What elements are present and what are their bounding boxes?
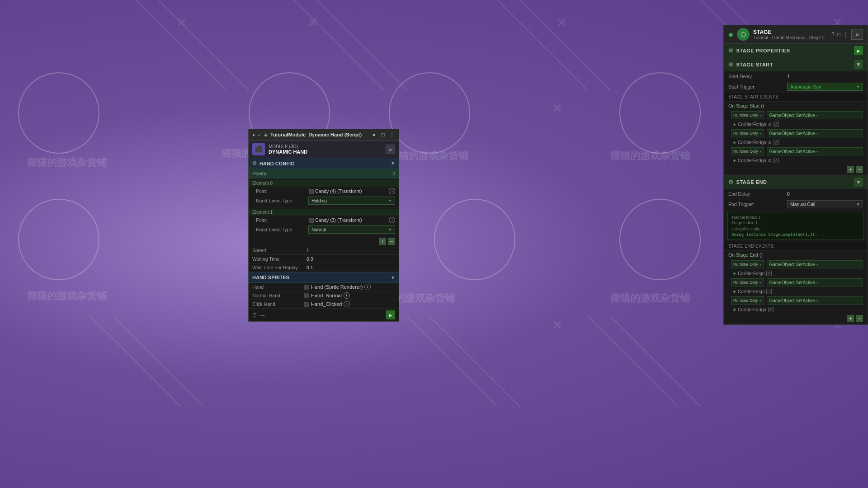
stage-end-label: STAGE END <box>736 179 767 185</box>
module-titlebar-btns: ● □ ⋮ <box>371 131 395 138</box>
add-end-event-btn[interactable]: + <box>847 315 854 322</box>
stage-properties-play[interactable]: ▶ <box>854 46 863 55</box>
hand-config-header[interactable]: ⚙ HAND CONFIG ▼ <box>249 158 399 169</box>
end-cb-input-2[interactable]: ✓ <box>768 307 774 312</box>
start-trigger-dropdown[interactable]: Automatic Run ▼ <box>787 83 863 91</box>
check-icon[interactable]: ✓ <box>258 132 261 137</box>
end-fn-2[interactable]: GameObject.SetActive ▼ <box>767 296 863 305</box>
remove-point-btn[interactable]: − <box>388 238 395 245</box>
cb-1[interactable]: ✓ <box>774 140 779 145</box>
stage-expand-arrows[interactable]: » <box>851 29 863 40</box>
stage-end-header[interactable]: ⚙ STAGE END ▼ <box>724 175 868 189</box>
stage-titlebar: ◆ ⬡ STAGE Tutorial - Game Mechanic - Sta… <box>724 25 868 44</box>
cb-check-0: ⊙ <box>768 122 772 127</box>
speed-value: 1 <box>307 248 309 253</box>
stage-icon: ⬡ <box>737 28 750 41</box>
end-runtime-2[interactable]: Runtime Only ▼ <box>731 296 764 305</box>
points-header: Points 2 <box>249 169 399 178</box>
lock-icon[interactable]: ● <box>252 132 255 137</box>
remove-end-event-btn[interactable]: − <box>856 315 863 322</box>
end-collider-icon-2: ◈ <box>733 307 736 312</box>
start-trigger-value: Automatic Run <box>790 84 821 89</box>
element-1-ref: ⬛ Candy (3) (Transform) <box>308 217 387 223</box>
element-0-event-dropdown[interactable]: Holding ▼ <box>308 197 395 205</box>
stage-end-title: ⚙ STAGE END <box>728 179 767 185</box>
end-cb-2: ◈ ColliderForIgn ✓ <box>724 306 868 314</box>
cb-check-1: ⊙ <box>768 140 772 145</box>
end-runtime-0[interactable]: Runtime Only ▼ <box>731 260 764 268</box>
start-fn-1[interactable]: GameObject.SetActive ▼ <box>767 129 863 137</box>
module-title-info: MODULE (3D) DYNAMIC HAND <box>269 144 307 155</box>
click-hand-label: Click Hand <box>252 301 302 307</box>
hand-value-container: ⬛ Hand (Sprite Renderer) ℹ <box>304 284 395 290</box>
dropdown-arrow-1: ▼ <box>388 228 392 232</box>
start-runtime-0[interactable]: Runtime Only ▼ <box>731 111 764 119</box>
module-header-left: ⬛ MODULE (3D) DYNAMIC HAND <box>252 143 307 155</box>
anim-title: ⏱ --- <box>252 312 265 318</box>
hand-sprites-label: HAND SPRITES <box>252 275 289 280</box>
start-delay-label: Start Delay <box>728 74 787 79</box>
end-cb-input-1[interactable] <box>766 289 772 294</box>
normal-hand-value-container: ⬛ Hand_Normal ℹ <box>304 292 395 299</box>
on-stage-end-fn: On Stage End () <box>728 252 763 258</box>
anim-header[interactable]: ⏱ --- ▶ <box>249 309 399 321</box>
normal-hand-info-btn[interactable]: ℹ <box>344 292 350 299</box>
element-1-event-dropdown[interactable]: Normal ▼ <box>308 225 395 234</box>
tooltip-box: Tutorial Index: 1 Stage Index: 1 Using t… <box>727 212 864 240</box>
module-expand-button[interactable]: » <box>386 145 395 154</box>
element-1-event-label: Hand Event Type <box>256 227 306 232</box>
end-cb-input-0[interactable]: ✓ <box>766 271 772 276</box>
add-point-btn[interactable]: + <box>379 238 386 245</box>
stage-properties-header[interactable]: ⚙ STAGE PROPERTIES ▶ <box>724 44 868 57</box>
collider-label-0: ColliderForIgn <box>738 122 766 127</box>
clock-icon: ⏱ <box>252 312 257 318</box>
module-titlebar: ● ✓ ◈ TutorialModule_Dynamic Hand (Scrip… <box>249 129 399 141</box>
start-fn-0[interactable]: GameObject.SetActive ▼ <box>767 111 863 119</box>
end-fn-1[interactable]: GameObject.SetActive ▼ <box>767 278 863 286</box>
start-fn-2[interactable]: GameObject.SetActive ▼ <box>767 147 863 155</box>
stage-start-title: ⚙ STAGE START <box>728 61 773 68</box>
hand-config-collapse[interactable]: ▼ <box>391 161 395 166</box>
stage-end-collapse[interactable]: ▼ <box>854 178 863 187</box>
stage-question-btn[interactable]: ? <box>831 31 835 38</box>
click-hand-info-btn[interactable]: ℹ <box>344 301 350 307</box>
module-info-btn[interactable]: ● <box>371 131 377 138</box>
module-panel: ● ✓ ◈ TutorialModule_Dynamic Hand (Scrip… <box>248 129 399 322</box>
module-expand-btn[interactable]: □ <box>380 131 386 138</box>
start-trigger-arrow: ▼ <box>856 85 860 89</box>
element-0-label: Element 0 <box>249 180 399 187</box>
anim-play-btn[interactable]: ▶ <box>386 310 395 319</box>
end-collider-icon-1: ◈ <box>733 289 736 294</box>
points-count: 2 <box>392 171 395 176</box>
hand-field: Hand ⬛ Hand (Sprite Renderer) ℹ <box>249 283 399 291</box>
hand-sprites-header[interactable]: HAND SPRITES ▼ <box>249 272 399 283</box>
module-header: ⬛ MODULE (3D) DYNAMIC HAND » <box>249 141 399 158</box>
element-1-info-btn[interactable]: ℹ <box>389 217 395 223</box>
end-runtime-1[interactable]: Runtime Only ▼ <box>731 278 764 286</box>
hand-info-btn[interactable]: ℹ <box>364 284 371 290</box>
start-delay-field: Start Delay 1 <box>724 71 868 81</box>
end-trigger-dropdown[interactable]: Manual Call ▼ <box>787 200 863 208</box>
add-start-event-btn[interactable]: + <box>847 166 854 173</box>
element-0-point-value: ⬛ Candy (4) (Transform) ℹ <box>308 188 395 194</box>
element-0-info-btn[interactable]: ℹ <box>389 188 395 194</box>
module-menu-btn[interactable]: ⋮ <box>389 131 395 138</box>
stage-start-header[interactable]: ⚙ STAGE START ▼ <box>724 58 868 71</box>
end-fn-0[interactable]: GameObject.SetActive ▼ <box>767 260 863 268</box>
end-trigger-field: End Trigger: Manual Call ▼ <box>724 199 868 210</box>
remove-start-event-btn[interactable]: − <box>856 166 863 173</box>
ref-icon-1: ⬛ <box>308 218 314 223</box>
visibility-icon[interactable]: ◈ <box>264 132 268 137</box>
stage-expand-btn[interactable]: □ <box>837 31 840 38</box>
start-runtime-1[interactable]: Runtime Only ▼ <box>731 129 764 137</box>
collider-icon-2: ◈ <box>733 158 736 163</box>
start-runtime-2[interactable]: Runtime Only ▼ <box>731 147 764 155</box>
cb-0[interactable]: ✓ <box>774 122 779 127</box>
stage-menu-btn[interactable]: ⋮ <box>843 31 849 38</box>
collider-label-2: ColliderForIgn <box>738 158 766 163</box>
using-code-label: Using this code: <box>731 227 860 231</box>
wait-replay-value: 0.1 <box>307 265 313 270</box>
hand-sprites-collapse[interactable]: ▼ <box>391 275 395 280</box>
stage-start-collapse[interactable]: ▼ <box>854 60 863 69</box>
cb-2[interactable]: ✓ <box>774 158 779 163</box>
